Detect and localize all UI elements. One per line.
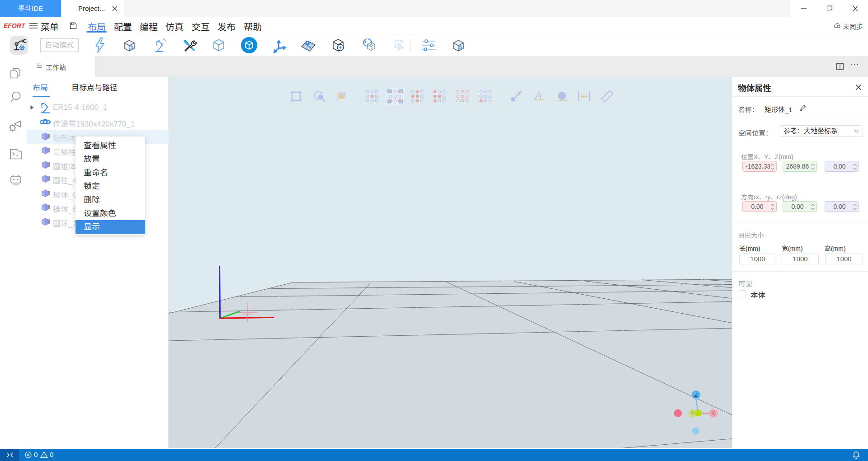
svg-text:X: X [712,410,716,417]
svg-text:Z: Z [694,391,698,398]
svg-text:Y: Y [691,410,695,417]
